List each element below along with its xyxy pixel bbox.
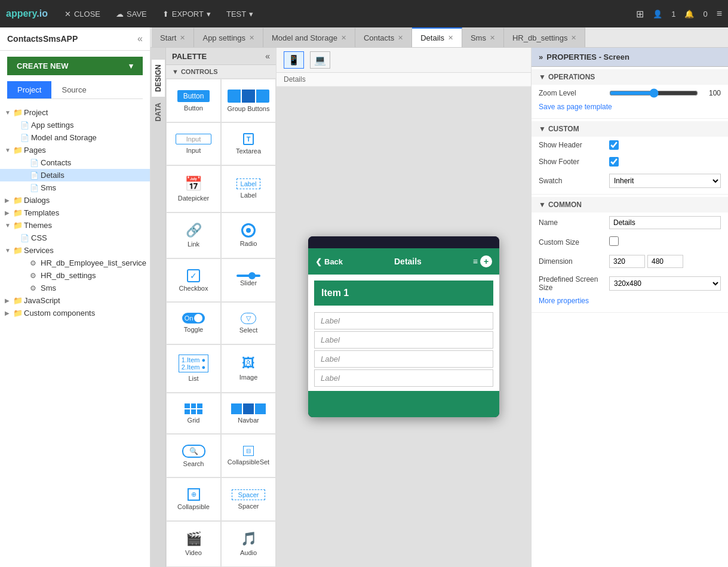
- predefined-size-select[interactable]: 320x480: [609, 276, 721, 291]
- palette-item-label[interactable]: Label Label: [221, 165, 276, 212]
- tab-sms[interactable]: Sms ✕: [462, 27, 504, 47]
- main-layout: ContactsSmsAPP « CREATE NEW ▾ Project So…: [0, 27, 728, 567]
- collapsible-icon: ⊕: [188, 488, 200, 501]
- palette-item-group-buttons[interactable]: Group Buttons: [221, 79, 276, 122]
- tab-app-settings[interactable]: App settings ✕: [194, 27, 263, 47]
- tree-item-javascript[interactable]: ▶ 📁 JavaScript: [0, 294, 150, 307]
- tab-hr-db-settings[interactable]: HR_db_settings ✕: [504, 27, 586, 47]
- tree-item-services[interactable]: ▼ 📁 Services: [0, 244, 150, 257]
- tree-item-custom-components[interactable]: ▶ 📁 Custom components: [0, 307, 150, 319]
- phone-label-2: Label: [314, 331, 493, 349]
- tree-item-pages[interactable]: ▼ 📁 Pages: [0, 144, 150, 156]
- tree-item-project[interactable]: ▼ 📁 Project: [0, 106, 150, 119]
- custom-size-row: Custom Size: [532, 233, 728, 251]
- dimension-width-input[interactable]: [609, 255, 645, 268]
- tab-close-icon[interactable]: ✕: [571, 34, 576, 42]
- tab-details[interactable]: Details ✕: [412, 27, 462, 47]
- bell-icon: 🔔: [684, 10, 694, 19]
- palette-item-select[interactable]: ▽ Select: [221, 302, 276, 344]
- tree-item-sms-page[interactable]: 📄 Sms: [0, 181, 150, 194]
- palette-item-spacer[interactable]: Spacer Spacer: [221, 477, 276, 520]
- vtab-data[interactable]: DATA: [152, 98, 165, 127]
- palette-item-textarea[interactable]: T Textarea: [221, 122, 276, 165]
- export-button[interactable]: ⬆ EXPORT ▾: [158, 7, 216, 21]
- phone-label-1: Label: [314, 312, 493, 329]
- palette-item-checkbox[interactable]: ✓ Checkbox: [166, 258, 221, 302]
- folder-icon: 📁: [13, 208, 24, 217]
- dimension-height-input[interactable]: [647, 255, 683, 268]
- save-button[interactable]: ☁ SAVE: [111, 7, 152, 21]
- swatch-select[interactable]: Inherit: [609, 174, 721, 188]
- file-icon: 📄: [20, 121, 31, 130]
- palette-item-button[interactable]: Button Button: [166, 79, 221, 122]
- show-footer-checkbox[interactable]: [609, 157, 619, 167]
- sidebar-collapse-button[interactable]: «: [137, 33, 143, 44]
- sidebar-header: ContactsSmsAPP «: [0, 27, 150, 51]
- tab-close-icon[interactable]: ✕: [448, 34, 453, 42]
- common-header[interactable]: ▼ COMMON: [532, 197, 728, 212]
- close-button[interactable]: ✕ CLOSE: [60, 7, 105, 21]
- back-arrow-icon: ❮: [315, 257, 322, 266]
- grid-menu-icon[interactable]: ⊞: [636, 8, 644, 20]
- tree-item-model-storage[interactable]: 📄 Model and Storage: [0, 131, 150, 144]
- palette-item-toggle[interactable]: On Toggle: [166, 302, 221, 344]
- palette-item-collapsible[interactable]: ⊕ Collapsible: [166, 477, 221, 520]
- more-properties-link[interactable]: More properties: [532, 295, 728, 310]
- operations-header[interactable]: ▼ OPERATIONS: [532, 69, 728, 85]
- sidebar-tabs: Project Source: [7, 81, 143, 99]
- custom-header[interactable]: ▼ CUSTOM: [532, 121, 728, 137]
- tree-item-details[interactable]: 📄 Details: [0, 169, 150, 181]
- name-input[interactable]: [609, 216, 721, 229]
- tree-item-hr-settings-svc[interactable]: ⚙ HR_db_settings: [0, 269, 150, 282]
- tree-item-contacts[interactable]: 📄 Contacts: [0, 156, 150, 169]
- folder-icon: 📁: [13, 221, 24, 230]
- tab-start[interactable]: Start ✕: [152, 27, 194, 47]
- palette-item-radio[interactable]: Radio: [221, 212, 276, 258]
- tree-item-hr-emp-svc[interactable]: ⚙ HR_db_Employee_list_service: [0, 257, 150, 269]
- tab-source[interactable]: Source: [51, 81, 96, 98]
- palette-item-datepicker[interactable]: 📅 Datepicker: [166, 165, 221, 212]
- tab-close-icon[interactable]: ✕: [341, 34, 346, 42]
- palette-item-grid[interactable]: Grid: [166, 393, 221, 434]
- tree-item-sms-svc[interactable]: ⚙ Sms: [0, 282, 150, 294]
- tree-item-css[interactable]: 📄 CSS: [0, 232, 150, 244]
- test-button[interactable]: TEST ▾: [222, 7, 258, 21]
- double-arrow-icon: »: [539, 53, 543, 61]
- palette-item-navbar[interactable]: Navbar: [221, 393, 276, 434]
- create-new-button[interactable]: CREATE NEW ▾: [7, 57, 143, 75]
- tab-contacts[interactable]: Contacts ✕: [355, 27, 412, 47]
- palette-collapse-button[interactable]: «: [265, 51, 270, 61]
- prop-panel-header: » PROPERTIES - Screen: [532, 48, 728, 67]
- palette-item-list[interactable]: 1.Item ●2.Item ● List: [166, 344, 221, 393]
- tab-close-icon[interactable]: ✕: [398, 34, 403, 42]
- properties-panel: » PROPERTIES - Screen ▼ OPERATIONS Zoom …: [531, 48, 728, 567]
- tab-close-icon[interactable]: ✕: [180, 34, 185, 42]
- custom-size-checkbox[interactable]: [609, 236, 619, 246]
- palette-item-input[interactable]: Input Input: [166, 122, 221, 165]
- tab-model-storage[interactable]: Model and Storage ✕: [263, 27, 355, 47]
- tab-project[interactable]: Project: [7, 81, 51, 98]
- tree-item-themes[interactable]: ▼ 📁 Themes: [0, 219, 150, 232]
- tree-item-app-settings[interactable]: 📄 App settings: [0, 119, 150, 131]
- hamburger-menu-icon[interactable]: ≡: [717, 8, 722, 19]
- tree-item-templates[interactable]: ▶ 📁 Templates: [0, 207, 150, 219]
- tab-close-icon[interactable]: ✕: [490, 34, 495, 42]
- tree-item-dialogs[interactable]: ▶ 📁 Dialogs: [0, 194, 150, 207]
- tab-close-icon[interactable]: ✕: [249, 34, 254, 42]
- vtab-design[interactable]: DESIGN: [152, 60, 165, 97]
- show-header-checkbox[interactable]: [609, 140, 619, 150]
- palette-item-search[interactable]: 🔍 Search: [166, 434, 221, 477]
- tablet-device-button[interactable]: 💻: [310, 51, 330, 69]
- palette-item-collapsible-set[interactable]: ⊟ CollapsibleSet: [221, 434, 276, 477]
- page-icon: 📄: [30, 184, 41, 192]
- palette-item-audio[interactable]: 🎵 Audio: [221, 521, 276, 567]
- palette-item-video[interactable]: 🎬 Video: [166, 521, 221, 567]
- chevron-down-icon: ▼: [172, 68, 179, 75]
- palette-item-slider[interactable]: Slider: [221, 258, 276, 302]
- mobile-device-button[interactable]: 📱: [284, 51, 304, 69]
- zoom-slider[interactable]: [609, 88, 698, 98]
- topbar: appery.io ✕ CLOSE ☁ SAVE ⬆ EXPORT ▾ TEST…: [0, 0, 728, 27]
- palette-item-image[interactable]: 🖼 Image: [221, 344, 276, 393]
- palette-item-link[interactable]: 🔗 Link: [166, 212, 221, 258]
- save-template-link[interactable]: Save as page template: [532, 101, 728, 116]
